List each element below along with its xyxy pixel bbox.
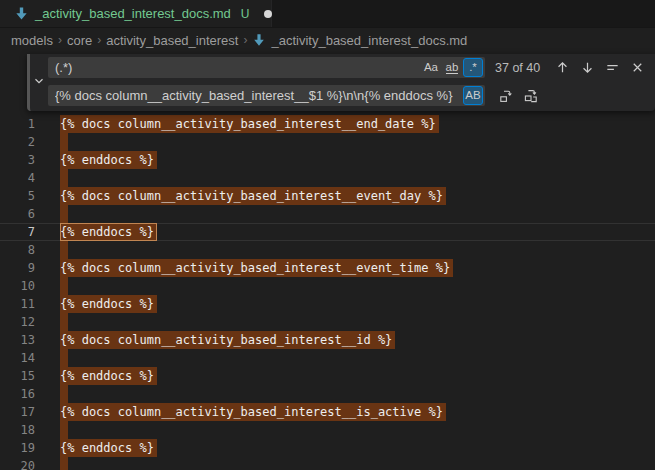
match-case-button[interactable]: Aa (421, 58, 441, 77)
line-number: 1 (0, 115, 35, 133)
markdown-file-icon (252, 33, 266, 47)
editor-line[interactable]: 20 (0, 457, 655, 470)
editor-line[interactable]: 4 (0, 169, 655, 187)
find-match-empty-line (60, 385, 68, 403)
editor-line[interactable]: 8 (0, 241, 655, 259)
line-code: {% enddocs %} (60, 295, 157, 313)
line-code: {% enddocs %} (60, 367, 157, 385)
line-number: 20 (0, 457, 35, 470)
editor-line[interactable]: 7 {% enddocs %} (0, 223, 655, 241)
whole-word-button[interactable]: ab (442, 58, 462, 77)
find-replace-widget: (.*) Aa ab .* 37 of 40 (27, 54, 655, 111)
find-match-empty-line (60, 457, 68, 470)
line-code (60, 169, 68, 187)
line-code (60, 457, 68, 470)
line-number: 15 (0, 367, 35, 385)
breadcrumb-item-models[interactable]: models (11, 33, 53, 48)
line-number: 10 (0, 277, 35, 295)
line-code (60, 277, 68, 295)
replace-button[interactable] (495, 85, 516, 106)
line-number: 13 (0, 331, 35, 349)
editor-line[interactable]: 1 {% docs column__activity_based_interes… (0, 115, 655, 133)
breadcrumb-separator: › (58, 33, 62, 47)
line-code (60, 313, 68, 331)
search-input[interactable]: (.*) Aa ab .* (48, 57, 485, 78)
editor-line[interactable]: 2 (0, 133, 655, 151)
find-match-highlight: {% enddocs %} (60, 295, 157, 313)
line-number: 11 (0, 295, 35, 313)
line-code (60, 349, 68, 367)
editor-line[interactable]: 6 (0, 205, 655, 223)
editor-line[interactable]: 19 {% enddocs %} (0, 439, 655, 457)
editor-line[interactable]: 13 {% docs column__activity_based_intere… (0, 331, 655, 349)
replace-input[interactable]: {% docs column__activity_based_interest_… (48, 85, 485, 106)
line-number: 6 (0, 205, 35, 223)
line-number: 12 (0, 313, 35, 331)
line-code: {% enddocs %} (60, 151, 157, 169)
replace-all-button[interactable] (520, 85, 541, 106)
editor-line[interactable]: 18 (0, 421, 655, 439)
tab-bar: _activity_based_interest_docs.md U (0, 0, 655, 28)
breadcrumb-item-file[interactable]: _activity_based_interest_docs.md (271, 33, 467, 48)
line-code (60, 421, 68, 439)
line-code: {% docs column__activity_based_interest_… (60, 187, 446, 205)
markdown-file-icon (14, 6, 29, 21)
modified-indicator-dot[interactable] (264, 10, 272, 18)
editor-line[interactable]: 16 (0, 385, 655, 403)
editor: (.*) Aa ab .* 37 of 40 (0, 52, 655, 470)
editor-line[interactable]: 5 {% docs column__activity_based_interes… (0, 187, 655, 205)
editor-line[interactable]: 11 {% enddocs %} (0, 295, 655, 313)
find-match-empty-line (60, 313, 68, 331)
next-match-button[interactable] (577, 57, 598, 78)
line-code: {% enddocs %} (60, 439, 157, 457)
line-code: {% docs column__activity_based_interest_… (60, 331, 395, 349)
editor-line[interactable]: 3 {% enddocs %} (0, 151, 655, 169)
line-number: 19 (0, 439, 35, 457)
editor-lines: 1 {% docs column__activity_based_interes… (0, 115, 655, 470)
find-match-highlight: {% docs column__activity_based_interest_… (60, 331, 395, 349)
find-in-selection-button[interactable] (602, 57, 623, 78)
toggle-replace-button[interactable] (30, 54, 48, 111)
line-code: {% docs column__activity_based_interest_… (60, 403, 446, 421)
breadcrumb-item-folder[interactable]: activity_based_interest (106, 33, 238, 48)
editor-line[interactable]: 15 {% enddocs %} (0, 367, 655, 385)
find-match-highlight: {% enddocs %} (60, 439, 157, 457)
line-code: {% enddocs %} (60, 223, 157, 241)
line-number: 5 (0, 187, 35, 205)
find-match-empty-line (60, 277, 68, 295)
chevron-down-icon (32, 74, 46, 92)
find-match-highlight: {% docs column__activity_based_interest_… (60, 115, 439, 133)
editor-line[interactable]: 14 (0, 349, 655, 367)
editor-line[interactable]: 9 {% docs column__activity_based_interes… (0, 259, 655, 277)
line-number: 14 (0, 349, 35, 367)
find-match-empty-line (60, 241, 68, 259)
breadcrumb: models › core › activity_based_interest … (0, 28, 655, 52)
find-match-empty-line (60, 421, 68, 439)
find-match-highlight: {% enddocs %} (60, 223, 157, 241)
editor-line[interactable]: 12 (0, 313, 655, 331)
tab-active-file[interactable]: _activity_based_interest_docs.md U (0, 0, 272, 27)
find-match-highlight: {% enddocs %} (60, 151, 157, 169)
breadcrumb-separator: › (97, 33, 101, 47)
line-code: {% docs column__activity_based_interest_… (60, 115, 439, 133)
search-value: (.*) (55, 60, 420, 75)
find-match-empty-line (60, 349, 68, 367)
line-code (60, 133, 68, 151)
preserve-case-button[interactable]: AB (463, 86, 483, 105)
line-number: 9 (0, 259, 35, 277)
find-match-highlight: {% enddocs %} (60, 367, 157, 385)
previous-match-button[interactable] (552, 57, 573, 78)
find-match-highlight: {% docs column__activity_based_interest_… (60, 403, 446, 421)
find-match-empty-line (60, 169, 68, 187)
line-number: 2 (0, 133, 35, 151)
tab-filename: _activity_based_interest_docs.md (35, 6, 231, 21)
regex-button[interactable]: .* (463, 58, 483, 77)
line-code (60, 241, 68, 259)
editor-line[interactable]: 17 {% docs column__activity_based_intere… (0, 403, 655, 421)
line-number: 7 (0, 223, 35, 241)
editor-line[interactable]: 10 (0, 277, 655, 295)
breadcrumb-item-core[interactable]: core (67, 33, 92, 48)
line-code: {% docs column__activity_based_interest_… (60, 259, 453, 277)
close-icon[interactable] (627, 57, 648, 78)
line-code (60, 205, 68, 223)
